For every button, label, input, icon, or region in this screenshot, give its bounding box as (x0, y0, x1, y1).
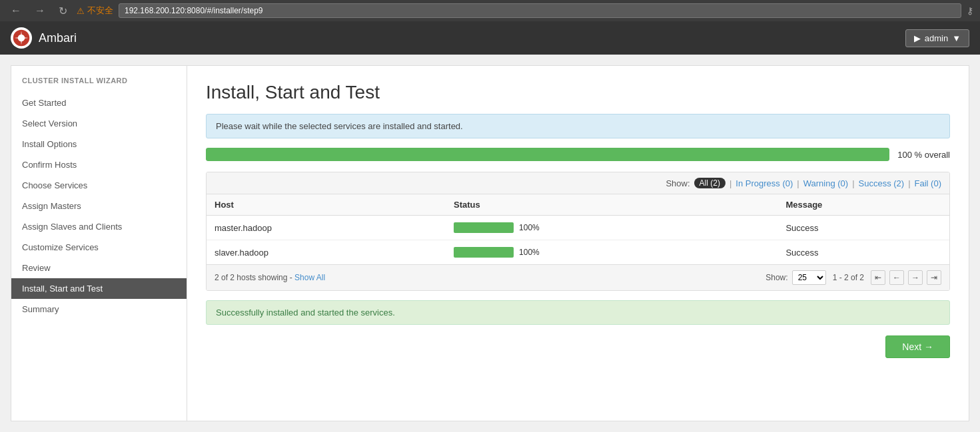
user-menu-button[interactable]: ▶ admin ▼ (905, 29, 969, 47)
sidebar-item-customize-services[interactable]: Customize Services (11, 237, 187, 258)
sidebar-item-label: Customize Services (22, 242, 99, 252)
col-message: Message (777, 194, 949, 216)
show-label: Show: (666, 178, 690, 188)
pagination-right: Show: 25 50 100 1 - 2 of 2 ⇤ ← → ⇥ (765, 270, 941, 285)
separator-2: | (797, 178, 799, 188)
warning-text: 不安全 (87, 5, 113, 17)
host-progress-pct: 100% (519, 223, 540, 232)
overall-progress-fill (206, 148, 889, 161)
forward-button[interactable]: → (31, 3, 49, 18)
sidebar-item-select-version[interactable]: Select Version (11, 113, 187, 134)
content-area: Install, Start and Test Please wait whil… (187, 65, 969, 421)
key-icon: ⚷ (967, 5, 973, 16)
filter-warning[interactable]: Warning (0) (803, 178, 848, 188)
col-host: Host (207, 194, 446, 216)
sidebar-item-label: Choose Services (22, 180, 87, 190)
host-progress-fill (454, 247, 514, 258)
host-progress-cell: 100% (454, 222, 769, 233)
footer-actions: Next → (206, 335, 950, 358)
separator-4: | (908, 178, 910, 188)
separator-1: | (730, 178, 732, 188)
security-warning: ⚠ 不安全 (77, 5, 113, 17)
main-container: CLUSTER INSTALL WIZARD Get Started Selec… (0, 55, 980, 432)
sidebar-item-label: Assign Masters (22, 201, 81, 211)
page-info: 1 - 2 of 2 (833, 273, 864, 282)
table-row: slaver.hadoop 100% Success (207, 240, 949, 265)
sidebar-item-review[interactable]: Review (11, 258, 187, 278)
show-all-link[interactable]: Show All (294, 273, 325, 282)
last-page-button[interactable]: ⇥ (927, 270, 941, 285)
next-button-label: Next → (902, 341, 933, 352)
next-button[interactable]: Next → (885, 335, 950, 358)
host-message: Success (777, 240, 949, 265)
sidebar-item-get-started[interactable]: Get Started (11, 93, 187, 113)
app-title: Ambari (39, 31, 77, 45)
overall-progress-row: 100 % overall (206, 148, 950, 161)
filter-fail[interactable]: Fail (0) (915, 178, 941, 188)
sidebar: CLUSTER INSTALL WIZARD Get Started Selec… (11, 65, 187, 421)
host-status: 100% (446, 216, 777, 240)
host-message: Success (777, 216, 949, 240)
refresh-button[interactable]: ↻ (55, 3, 71, 19)
sidebar-item-confirm-hosts[interactable]: Confirm Hosts (11, 154, 187, 175)
sidebar-item-label: Summary (22, 304, 59, 314)
first-page-button[interactable]: ⇤ (871, 270, 885, 285)
showing-text: 2 of 2 hosts showing - (215, 273, 294, 282)
browser-icons: ⚷ (967, 5, 973, 16)
col-status: Status (446, 194, 777, 216)
sidebar-item-install-start-test[interactable]: Install, Start and Test (11, 278, 187, 299)
sidebar-item-install-options[interactable]: Install Options (11, 134, 187, 154)
per-page-select[interactable]: 25 50 100 (792, 270, 826, 285)
filter-success[interactable]: Success (2) (859, 178, 905, 188)
browser-bar: ← → ↻ ⚠ 不安全 ⚷ (0, 0, 980, 21)
url-bar[interactable] (119, 3, 961, 18)
sidebar-item-label: Install, Start and Test (22, 284, 103, 294)
app-header-left: Ambari (11, 27, 77, 49)
table-row: master.hadoop 100% Success (207, 216, 949, 240)
page-title: Install, Start and Test (206, 82, 950, 103)
next-page-button[interactable]: → (908, 270, 923, 285)
sidebar-item-choose-services[interactable]: Choose Services (11, 175, 187, 196)
host-name: master.hadoop (207, 216, 446, 240)
user-label: admin (925, 33, 948, 43)
hosts-table-section: Show: All (2) | In Progress (0) | Warnin… (206, 172, 950, 291)
host-status: 100% (446, 240, 777, 265)
sidebar-item-label: Assign Slaves and Clients (22, 222, 122, 232)
sidebar-item-label: Review (22, 263, 51, 273)
hosts-table: Host Status Message master.hadoop (207, 194, 949, 264)
filter-in-progress[interactable]: In Progress (0) (735, 178, 793, 188)
user-icon: ▶ (914, 33, 921, 43)
host-name: slaver.hadoop (207, 240, 446, 265)
sidebar-item-label: Get Started (22, 98, 66, 108)
info-banner: Please wait while the selected services … (206, 114, 950, 138)
table-toolbar: Show: All (2) | In Progress (0) | Warnin… (207, 172, 949, 194)
separator-3: | (852, 178, 854, 188)
host-progress-bar (454, 222, 514, 233)
host-progress-fill (454, 222, 514, 233)
warning-icon: ⚠ (77, 6, 85, 16)
overall-progress-bar (206, 148, 889, 161)
table-header-row: Host Status Message (207, 194, 949, 216)
app-logo (11, 27, 32, 49)
filter-all[interactable]: All (2) (694, 178, 726, 188)
prev-page-button[interactable]: ← (889, 270, 904, 285)
host-progress-bar (454, 247, 514, 258)
sidebar-item-label: Confirm Hosts (22, 160, 77, 170)
table-footer-left: 2 of 2 hosts showing - Show All (215, 273, 325, 282)
info-banner-text: Please wait while the selected services … (216, 121, 463, 131)
host-progress-cell: 100% (454, 247, 769, 258)
sidebar-item-assign-masters[interactable]: Assign Masters (11, 196, 187, 216)
back-button[interactable]: ← (7, 3, 25, 18)
dropdown-icon: ▼ (952, 33, 961, 43)
success-banner-text: Successfully installed and started the s… (216, 308, 395, 318)
overall-progress-label: 100 % overall (897, 150, 950, 160)
host-progress-pct: 100% (519, 248, 540, 257)
sidebar-item-assign-slaves[interactable]: Assign Slaves and Clients (11, 216, 187, 237)
show-label: Show: (765, 273, 787, 282)
sidebar-title: CLUSTER INSTALL WIZARD (11, 77, 187, 93)
success-banner: Successfully installed and started the s… (206, 300, 950, 325)
sidebar-item-label: Install Options (22, 139, 77, 149)
ambari-logo-svg (12, 29, 31, 47)
app-header: Ambari ⁢⁢⁢⁢⁢⁢⁢⁢⁢ ▶ admin ▼ (0, 21, 980, 55)
sidebar-item-summary[interactable]: Summary (11, 299, 187, 320)
